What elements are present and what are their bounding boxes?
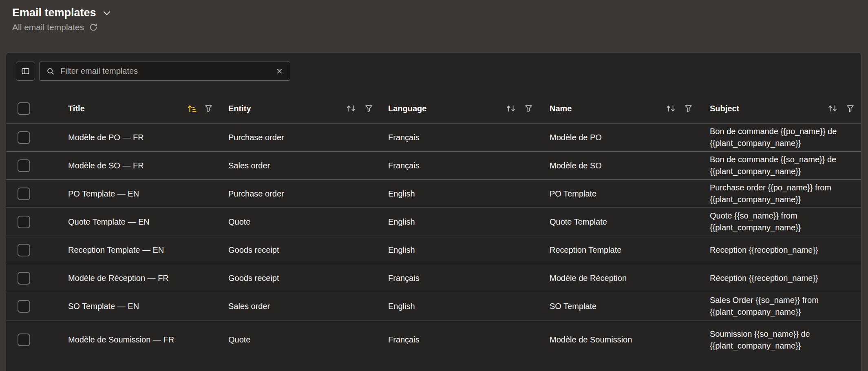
sort-icon[interactable] bbox=[665, 104, 676, 113]
sort-icon[interactable] bbox=[505, 104, 517, 113]
table-row[interactable]: Modèle de Soumission — FR Quote Français… bbox=[6, 320, 861, 359]
refresh-icon[interactable] bbox=[89, 23, 98, 32]
table-row[interactable]: SO Template — EN Sales order English SO … bbox=[6, 292, 861, 320]
cell-entity: Quote bbox=[223, 335, 383, 344]
grid-toolbar bbox=[16, 62, 851, 81]
header-select-cell bbox=[6, 94, 60, 123]
cell-title: Modèle de Soumission — FR bbox=[60, 335, 223, 344]
cell-name: PO Template bbox=[543, 189, 702, 199]
column-header-language[interactable]: Language bbox=[383, 94, 543, 123]
table-header-row: Title Entity Language bbox=[6, 94, 861, 123]
cell-language: English bbox=[383, 302, 543, 311]
view-selector[interactable]: All email templates bbox=[12, 22, 868, 32]
cell-name: Quote Template bbox=[543, 217, 702, 227]
table-row[interactable]: Quote Template — EN Quote English Quote … bbox=[6, 208, 861, 236]
filter-icon[interactable] bbox=[364, 104, 373, 113]
filter-icon[interactable] bbox=[204, 104, 213, 113]
cell-language: English bbox=[383, 217, 543, 227]
cell-title: Modèle de PO — FR bbox=[60, 133, 223, 142]
table-row[interactable]: Reception Template — EN Goods receipt En… bbox=[6, 236, 861, 264]
cell-subject: Reception {{reception_name}} bbox=[702, 244, 861, 256]
column-header-title[interactable]: Title bbox=[60, 94, 223, 123]
select-all-checkbox[interactable] bbox=[18, 102, 30, 115]
cell-subject: Bon de commande {{so_name}} de {{plant_c… bbox=[702, 154, 861, 177]
row-checkbox[interactable] bbox=[18, 131, 30, 144]
view-title-dropdown[interactable]: Email templates bbox=[12, 7, 868, 19]
cell-language: Français bbox=[383, 133, 543, 142]
sort-icon[interactable] bbox=[827, 104, 838, 113]
chevron-down-icon[interactable] bbox=[102, 8, 112, 18]
view-label: All email templates bbox=[12, 22, 84, 32]
column-header-subject[interactable]: Subject bbox=[702, 94, 861, 123]
sort-icon[interactable] bbox=[345, 104, 357, 113]
cell-entity: Purchase order bbox=[223, 133, 383, 142]
row-select-cell bbox=[6, 216, 60, 228]
cell-title: PO Template — EN bbox=[60, 189, 223, 199]
column-label: Entity bbox=[228, 104, 251, 113]
sort-ascending-icon[interactable] bbox=[187, 104, 197, 113]
cell-title: Reception Template — EN bbox=[60, 245, 223, 255]
cell-language: Français bbox=[383, 274, 543, 283]
cell-language: English bbox=[383, 189, 543, 199]
column-label: Language bbox=[388, 104, 426, 113]
cell-name: SO Template bbox=[543, 302, 702, 311]
cell-title: SO Template — EN bbox=[60, 302, 223, 311]
filter-icon[interactable] bbox=[846, 104, 855, 113]
column-label: Title bbox=[68, 104, 85, 113]
column-label: Name bbox=[550, 104, 572, 113]
page-header: Email templates All email templates bbox=[0, 0, 868, 32]
cell-name: Modèle de Réception bbox=[543, 274, 702, 283]
cell-subject: Soumission {{so_name}} de {{plant_compan… bbox=[702, 328, 861, 352]
row-checkbox[interactable] bbox=[18, 159, 30, 172]
cell-subject: Purchase order {{po_name}} from {{plant_… bbox=[702, 182, 861, 205]
cell-name: Reception Template bbox=[543, 245, 702, 255]
cell-name: Modèle de Soumission bbox=[543, 335, 702, 344]
table-row[interactable]: PO Template — EN Purchase order English … bbox=[6, 179, 861, 208]
cell-entity: Goods receipt bbox=[223, 245, 383, 255]
row-checkbox[interactable] bbox=[18, 244, 30, 256]
page-title: Email templates bbox=[12, 7, 96, 19]
row-checkbox[interactable] bbox=[18, 272, 30, 285]
row-select-cell bbox=[6, 333, 60, 346]
table-row[interactable]: Modèle de Réception — FR Goods receipt F… bbox=[6, 264, 861, 292]
row-select-cell bbox=[6, 131, 60, 144]
cell-name: Modèle de PO bbox=[543, 133, 702, 142]
cell-entity: Sales order bbox=[223, 302, 383, 311]
column-label: Subject bbox=[710, 104, 739, 113]
cell-subject: Quote {{so_name}} from {{plant_company_n… bbox=[702, 210, 861, 234]
cell-title: Modèle de SO — FR bbox=[60, 161, 223, 170]
cell-entity: Goods receipt bbox=[223, 274, 383, 283]
clear-filter-icon[interactable] bbox=[276, 67, 283, 75]
column-options-button[interactable] bbox=[16, 62, 35, 81]
table-row[interactable]: Modèle de PO — FR Purchase order Françai… bbox=[6, 123, 861, 151]
cell-language: Français bbox=[383, 161, 543, 170]
cell-language: Français bbox=[383, 335, 543, 344]
row-checkbox[interactable] bbox=[18, 300, 30, 313]
cell-entity: Purchase order bbox=[223, 189, 383, 199]
column-header-entity[interactable]: Entity bbox=[223, 94, 383, 123]
cell-entity: Sales order bbox=[223, 161, 383, 170]
row-checkbox[interactable] bbox=[18, 333, 30, 346]
table-body: Modèle de PO — FR Purchase order Françai… bbox=[6, 123, 861, 359]
filter-icon[interactable] bbox=[524, 104, 533, 113]
cell-subject: Réception {{reception_name}} bbox=[702, 272, 861, 284]
row-select-cell bbox=[6, 159, 60, 172]
row-checkbox[interactable] bbox=[18, 216, 30, 228]
filter-input[interactable] bbox=[60, 66, 270, 76]
cell-language: English bbox=[383, 245, 543, 255]
row-select-cell bbox=[6, 188, 60, 200]
cell-subject: Bon de commande {{po_name}} de {{plant_c… bbox=[702, 126, 861, 149]
filter-search-box bbox=[39, 62, 290, 81]
cell-title: Quote Template — EN bbox=[60, 217, 223, 227]
row-select-cell bbox=[6, 300, 60, 313]
row-checkbox[interactable] bbox=[18, 188, 30, 200]
table-row[interactable]: Modèle de SO — FR Sales order Français M… bbox=[6, 151, 861, 179]
cell-name: Modèle de SO bbox=[543, 161, 702, 170]
column-header-name[interactable]: Name bbox=[543, 94, 702, 123]
filter-icon[interactable] bbox=[684, 104, 693, 113]
columns-icon bbox=[21, 66, 30, 76]
row-select-cell bbox=[6, 244, 60, 256]
search-icon bbox=[46, 67, 55, 76]
row-select-cell bbox=[6, 272, 60, 285]
grid-panel: Title Entity Language bbox=[6, 52, 861, 371]
